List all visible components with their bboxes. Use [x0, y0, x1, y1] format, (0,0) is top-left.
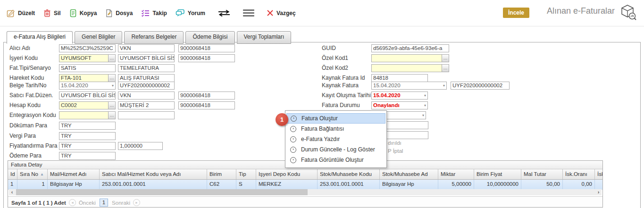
dropdown-arrow-icon[interactable]: ▾	[424, 92, 426, 99]
hareket-kodu-field[interactable]: FTA-101…	[59, 74, 116, 82]
hesap-kodu-field[interactable]: C0002…	[59, 101, 116, 109]
file-label: Dosya	[116, 10, 133, 17]
tab-vergi-toplamlari[interactable]: Vergi Toplamları	[237, 31, 292, 44]
col-header-sira-no[interactable]: Sıra No▲	[17, 169, 48, 179]
lookup-button[interactable]: …	[108, 75, 115, 82]
pager-next-label[interactable]: Sonraki	[112, 200, 130, 206]
menu-item-fatura-goruntule-olustur[interactable]: › Fatura Görüntüle Oluştur	[286, 155, 385, 165]
col-header-miktar[interactable]: Miktar	[438, 169, 474, 179]
hesap-vkn-field[interactable]: 9000068418	[178, 101, 235, 109]
swap-button[interactable]	[217, 9, 231, 17]
col-header-stok-muhasebe-kodu[interactable]: Stok/Muhasebe Kodu	[318, 169, 380, 179]
tab-referans-belgeler[interactable]: Referans Belgeler	[124, 31, 184, 44]
lookup-button[interactable]: …	[442, 55, 449, 62]
kayit-olusma-tarihi-field[interactable]: 15.04.2020▾	[371, 92, 428, 100]
fatura-tipi-field[interactable]: SATIS	[59, 64, 116, 72]
isyeri-kodu-field[interactable]: UYUMSOFT…	[59, 54, 116, 62]
col-header-mal-tutar[interactable]: Mal Tutar	[521, 169, 563, 179]
fatura-durumu-field[interactable]: Onaylandı▾	[371, 101, 428, 109]
col-header-tip[interactable]: Tip	[236, 169, 256, 179]
fiyatlandirma-para-field[interactable]: TRY	[59, 142, 116, 150]
lookup-button[interactable]: …	[108, 55, 115, 62]
senaryo-field[interactable]: TEMELFATURA	[118, 64, 175, 72]
cell-birim: C62	[207, 180, 236, 189]
tab-odeme-bilgisi[interactable]: Ödeme Bilgisi	[185, 31, 234, 44]
pager-prev-icon[interactable]: ◂	[69, 199, 76, 206]
col-header-id[interactable]: Id	[8, 169, 17, 179]
pager-prev-label[interactable]: Önceki	[79, 200, 96, 206]
step-badge: 1	[276, 113, 288, 126]
satici-unvan-field[interactable]: UYUMSOFT BİLGİ SİS	[59, 92, 116, 100]
tab-efatura-alis-bilgileri[interactable]: e-Fatura Alış Bilgileri	[7, 31, 73, 44]
fiyatlandirma-kur-field[interactable]: 1,000000	[118, 142, 163, 150]
alici-vkn-field[interactable]: 9000068418	[178, 44, 235, 52]
menu-item-label: Fatura Oluştur	[301, 115, 338, 122]
form-label: Fat.Tipi/Senaryo	[9, 64, 51, 72]
cancel-button[interactable]: Vazgeç	[267, 9, 296, 17]
entegrasyon-adi-field[interactable]	[118, 111, 175, 119]
kaynak-fatura-id-field[interactable]: 84818	[371, 74, 428, 82]
cell-isyeri-depo-kodu: MERKEZ	[256, 180, 318, 189]
hareket-adi-field[interactable]: ALIŞ FATURASI	[118, 74, 175, 82]
circle-arrow-icon: ›	[290, 157, 296, 163]
col-header-mal-hizmet-adi[interactable]: Mal/Hizmet Adı	[48, 169, 100, 179]
pager-current-page[interactable]: 1	[100, 199, 108, 207]
follow-button[interactable]: Takip	[141, 9, 167, 17]
file-button[interactable]: Dosya	[105, 9, 133, 17]
comment-button[interactable]: Yorum	[176, 9, 205, 17]
hesap-adi-field[interactable]: MÜŞTERİ 2	[118, 101, 175, 109]
menu-item-fatura-baglantisi[interactable]: › Fatura Bağlantısı	[286, 124, 385, 134]
product-cube-icon[interactable]	[619, 4, 637, 23]
belge-no-field[interactable]: UYF2020000000002	[118, 82, 175, 90]
cell-id: 1	[8, 180, 17, 189]
ozel-kod2-field[interactable]: …	[371, 64, 449, 72]
belge-tarih-field[interactable]: 15.04.2020▾	[59, 82, 116, 90]
col-header-stok-muhasebe-ad[interactable]: Stok/Muhasebe Ad	[380, 169, 438, 179]
checklist-icon	[141, 9, 150, 17]
dropdown-arrow-icon[interactable]: ▾	[422, 112, 424, 119]
satici-vkn-tipi-field[interactable]: VKN	[118, 92, 175, 100]
dropdown-arrow-icon[interactable]: ▾	[443, 83, 445, 89]
entegrasyon-kodu-field[interactable]: …	[59, 111, 116, 119]
kaynak-fatura-no-field[interactable]: UYF2020000000002	[451, 82, 510, 90]
kaynak-fatura-tarih-field[interactable]: 15.04.2020▾	[371, 82, 447, 90]
table-row[interactable]: 1 1 Bilgisayar Hp 253.001.001.0001 C62 S…	[8, 180, 603, 190]
pager-next-icon[interactable]: ▸	[133, 199, 140, 206]
menu-item-fatura-olustur[interactable]: › Fatura Oluştur	[286, 113, 385, 124]
dokuman-para-field[interactable]: TRY	[59, 122, 116, 130]
col-header-birim-fiyat[interactable]: Birim Fiyat	[474, 169, 521, 179]
ozel-kod1-field[interactable]: …	[371, 54, 449, 62]
col-header-isk-tutari[interactable]: İsk.Tuta	[595, 169, 603, 179]
swap-arrows-icon	[217, 9, 231, 17]
satici-vkn-field[interactable]: 9000068418	[178, 92, 235, 100]
scroll-right-arrow[interactable]: ›	[595, 189, 602, 195]
lookup-button[interactable]: …	[442, 65, 449, 72]
dropdown-arrow-icon[interactable]: ▾	[424, 102, 426, 109]
isyeri-vkn-field[interactable]: 9000068418	[178, 54, 235, 62]
menu-item-efatura-yazdir[interactable]: › e-Fatura Yazdır	[286, 134, 385, 144]
copy-button[interactable]: Kopya	[69, 9, 97, 17]
scroll-left-arrow[interactable]: ‹	[9, 189, 15, 195]
col-header-isk-orani[interactable]: İsk.Oranı	[563, 169, 595, 179]
col-header-isyeri-depo-kodu[interactable]: Işyeri Depo Kodu	[256, 169, 318, 179]
dropdown-arrow-icon[interactable]: ▾	[112, 83, 114, 89]
menu-item-durum-guncelle[interactable]: › Durum Güncelle - Log Göster	[286, 144, 385, 155]
pager-summary: Sayfa 1 of 1 ( 1 ) Adet	[11, 200, 66, 206]
col-header-birim[interactable]: Birim	[207, 169, 236, 179]
col-header-satici-mal-hizmet[interactable]: Satıcı Mal/Hizmet Kodu veya Adı	[100, 169, 207, 179]
edit-button[interactable]: Düzelt	[7, 9, 35, 17]
scrollbar-thumb[interactable]	[16, 189, 308, 195]
vergi-para-field[interactable]: TRY	[59, 132, 116, 140]
delete-button[interactable]: Sil	[43, 9, 61, 17]
odeme-para-field[interactable]: TRY	[59, 152, 116, 160]
horizontal-scrollbar[interactable]: ‹ ›	[9, 189, 602, 195]
lookup-button[interactable]: …	[108, 112, 115, 119]
lookup-button[interactable]: …	[108, 102, 115, 109]
tab-genel-bilgiler[interactable]: Genel Bilgiler	[75, 31, 122, 44]
guid-field[interactable]: d56952e9-abfa-45e6-93e6-a	[371, 44, 449, 52]
menu-button[interactable]	[243, 9, 254, 17]
isyeri-adi-field[interactable]: UYUMSOFT BİLGİ SİS	[118, 54, 175, 62]
alici-vkn-tipi-field[interactable]: VKN	[118, 44, 175, 52]
form-label: Alıcı Adı	[9, 44, 30, 52]
alici-adi-field[interactable]: M%2525C3%25259C	[59, 44, 116, 52]
